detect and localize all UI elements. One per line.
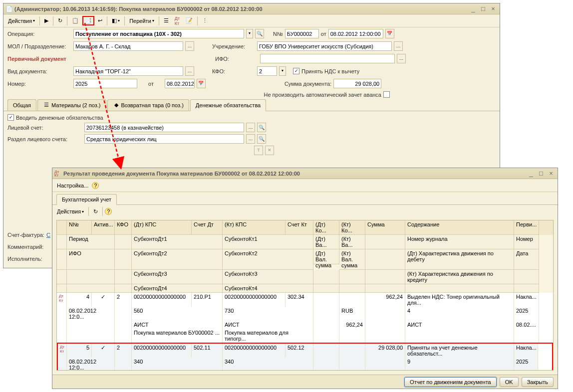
ifo-label: ИФО: [215,56,258,62]
account-search[interactable]: 🔍 [257,123,266,132]
monetary-checkbox[interactable]: ✓ [7,114,14,121]
tool-structure-icon[interactable]: ◧▾ [109,16,122,25]
primary-doc-header: Первичный документ [7,56,71,62]
result-toolbar: Настройка... ? [52,179,558,192]
doc-number-value[interactable]: 2025 [73,79,137,88]
returnable-icon: ◆ [113,102,120,109]
institution-label: Учреждение: [212,43,255,49]
mol-value[interactable]: Макаров А. Г. - Склад [73,41,183,51]
account-dots[interactable]: … [246,123,255,132]
kfo-dropdown[interactable]: ▾ [279,66,286,76]
tool-execute-icon[interactable]: ▶ [42,16,51,25]
doc-type-value[interactable]: Накладная "ТОРГ-12" [73,66,183,76]
vat-label: Принять НДС к вычету [301,68,359,74]
doc-sum-value[interactable]: 29 028,00 [333,79,381,88]
minimize-button[interactable]: _ [469,5,478,13]
text-button[interactable]: T [254,146,263,155]
actions-menu-2[interactable]: Действия▾ [54,207,86,216]
doc-date-value[interactable]: 08.02.2012 [165,79,195,88]
table-row-highlighted[interactable]: ДтКт 5 ✓ 2 00200000000000000 502.11 0020… [57,343,553,371]
date-from-value[interactable]: 08.02.2012 12:00:00 [328,29,383,38]
col-dt-qty[interactable]: (Дт) Ко... [313,220,339,235]
operation-select[interactable]: 🔍 [255,29,264,38]
tool-more-icon[interactable]: ⋮ [200,16,210,25]
invoice-link[interactable]: С [46,232,50,238]
tab-materials[interactable]: ☰Материалы (2 поз.) [37,99,106,111]
help-icon[interactable]: ? [92,182,99,189]
account-section-value[interactable]: Средства юридических лиц [84,134,244,144]
table-row[interactable]: ДтКт 4 ✓ 2 00200000000000000 210.Р1 0020… [57,293,553,343]
institution-value[interactable]: ГОБУ ВПО Университет искусств (Субсидия) [257,41,392,51]
tab-returnable[interactable]: ◆Возвратная тара (0 поз.) [107,99,189,111]
col-active[interactable]: Актив... [92,220,115,235]
date-from-label: от [321,31,326,37]
col-acc-kt[interactable]: Счет Кт [286,220,313,235]
kfo-value[interactable]: 2 [257,66,277,76]
ifo-value[interactable] [260,54,395,63]
tool-copy-icon[interactable]: 📋 [69,16,81,25]
operation-label: Операция: [7,31,71,37]
no-auto-offset-checkbox[interactable] [383,91,390,98]
number-value[interactable]: БУ000002 [285,29,319,38]
tool-list-icon[interactable]: ☰ [161,16,171,25]
col-content[interactable]: Содержание [405,220,514,235]
materials-icon: ☰ [43,102,50,109]
clear-button[interactable]: ✕ [265,146,274,155]
tab-general[interactable]: Общая [7,99,36,111]
posting-grid[interactable]: N№ Актив... КФО (Дт) КПС Счет Дт (Кт) КП… [56,220,554,371]
actions-menu[interactable]: Действия▾ [5,16,37,25]
settings-button[interactable]: Настройка... [54,181,91,190]
col-dt-kps[interactable]: (Дт) КПС [132,220,192,235]
dt-kt-icon: ДтКт [58,344,67,358]
ok-button[interactable]: OK [500,377,519,387]
invoice-label: Счет-фактура: [7,232,44,238]
close-button[interactable]: × [547,170,556,178]
ifo-dots[interactable]: … [397,54,406,63]
tool-undo-icon[interactable]: ↩ [95,16,105,25]
close-button[interactable]: Закрыть [522,377,554,387]
report-button[interactable]: Отчет по движениям документа [404,377,497,387]
help-icon-2[interactable]: ? [105,208,112,215]
tool-post-document-icon[interactable]: 📑 [82,16,94,25]
tabs: Общая ☰Материалы (2 поз.) ◆Возвратная та… [3,99,500,111]
maximize-button[interactable]: □ [537,170,546,178]
toolbar: Действия▾ ▶ ↻ 📋 📑 ↩ ◧▾ Перейти▾ ☰ ДтКт 📝… [3,14,500,27]
mol-dots[interactable]: … [185,41,194,51]
operation-dropdown[interactable]: ▾ [246,29,253,38]
vat-checkbox[interactable]: ✓ [293,68,299,74]
dt-kt-icon: ДтКт [57,293,67,307]
account-value[interactable]: 20736123458 (в казначействе) [84,123,244,132]
dt-kt-icon: ДтКт [54,170,61,177]
operation-value[interactable]: Поступление от поставщика (10Х - 302) [73,29,244,38]
refresh-icon[interactable]: ↻ [91,207,100,216]
col-n[interactable]: N№ [67,220,92,235]
tool-notes-icon[interactable]: 📝 [183,16,195,25]
close-button[interactable]: × [489,5,498,13]
tab-accounting[interactable]: Бухгалтерский учет [56,194,117,205]
doc-date-picker[interactable]: 📅 [197,79,206,88]
col-kfo[interactable]: КФО [115,220,132,235]
titlebar: 📄 (Администратор; 10.06.2013 14:16:59): … [3,3,500,14]
window-title: (Администратор; 10.06.2013 14:16:59): По… [14,6,468,12]
no-auto-offset-label: Не производить автоматический зачет аван… [264,92,381,98]
date-picker[interactable]: 📅 [385,29,394,38]
footer: Отчет по движениям документа OK Закрыть [52,375,558,389]
col-kt-qty[interactable]: (Кт) Ко... [339,220,365,235]
maximize-button[interactable]: □ [479,5,488,13]
doc-type-dots[interactable]: … [185,66,194,76]
col-primary[interactable]: Перви... [514,220,539,235]
col-sum[interactable]: Сумма [365,220,405,235]
check-icon: ✓ [92,344,115,358]
minimize-button[interactable]: _ [527,170,536,178]
account-section-search[interactable]: 🔍 [257,134,266,144]
document-icon: 📄 [5,5,12,12]
tab-monetary[interactable]: Денежные обязательства [190,99,266,111]
tool-dt-kt-icon[interactable]: ДтКт [172,14,182,27]
account-section-dots[interactable]: … [246,134,255,144]
goto-menu[interactable]: Перейти▾ [127,16,157,25]
col-kt-kps[interactable]: (Кт) КПС [223,220,286,235]
institution-dots[interactable]: … [394,41,403,51]
col-acc-dt[interactable]: Счет Дт [192,220,223,235]
tool-refresh-icon[interactable]: ↻ [55,16,65,25]
doc-type-label: Вид документа: [7,68,71,74]
